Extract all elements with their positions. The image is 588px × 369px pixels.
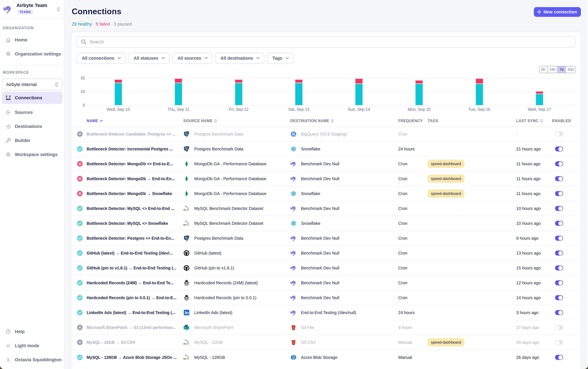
connection-name[interactable]: Bottleneck Detector: MongoDb → Snowflake (87, 191, 172, 196)
connection-row[interactable]: MySQL - 128GB → Azure Blob Storage JSOn … (71, 350, 581, 365)
column-header-last_sync[interactable]: LAST SYNC (516, 119, 543, 123)
sidebar-item-sources[interactable]: Sources (0, 105, 64, 119)
enabled-toggle[interactable] (555, 295, 563, 300)
sidebar-item-home[interactable]: Home (0, 33, 64, 47)
connection-row[interactable]: Bottleneck Detector: MongoDb <> End-to-E… (71, 156, 581, 171)
connection-row[interactable]: MySQL - 10GB → S3 CSVMySQL.MySQL - 10GBS… (71, 335, 581, 350)
connection-name[interactable]: Bottleneck Detector: Postgres <> End-to-… (87, 236, 174, 241)
connection-row[interactable]: Microsoft SharePoint → S3 (13mb performa… (71, 320, 581, 335)
connection-row[interactable]: Bottleneck Detector: MySQL <> SnowflakeM… (71, 216, 581, 231)
chart-bar-wed-sep-17[interactable] (536, 78, 543, 105)
chart-bar-sat-sep-13[interactable] (295, 78, 302, 105)
connection-row[interactable]: Bottleneck Detector: Incremental Postgre… (71, 142, 581, 156)
destination-name[interactable]: Azure Blob Storage (301, 355, 337, 360)
connection-row[interactable]: Hardcoded Records (pin to 0.0.1) → End-t… (71, 290, 581, 305)
connection-name[interactable]: Microsoft SharePoint → S3 (13mb performa… (87, 325, 176, 330)
connection-row[interactable]: Bottleneck Detector: Postgres <> End-to-… (71, 231, 581, 246)
range-option-30d[interactable]: 30d (566, 66, 575, 73)
destination-name[interactable]: BigQuery (GCS Staging) (301, 132, 347, 137)
source-name[interactable]: GitHub (latest) (194, 251, 221, 256)
destination-name[interactable]: Benchmark Dev Null (301, 176, 339, 181)
enabled-toggle[interactable] (555, 266, 563, 270)
destination-name[interactable]: Snowflake (301, 221, 320, 226)
sidebar-item-organization-settings[interactable]: Organization settings (0, 47, 64, 61)
source-name[interactable]: Postgres Benchmark Data (194, 132, 243, 137)
source-name[interactable]: GitHub (pin to v1.8.1) (194, 266, 234, 270)
connection-name[interactable]: Hardcoded Records (pin to 0.0.1) → End-t… (87, 296, 177, 300)
source-name[interactable]: MongoDb GA - Performance Database (194, 176, 267, 181)
enabled-toggle[interactable] (555, 191, 563, 196)
connection-name[interactable]: Bottleneck Detector: MySQL <> Snowflake (87, 221, 168, 226)
connection-row[interactable]: Bottleneck Detector: MongoDb → End-to-En… (71, 171, 581, 186)
sidebar-item-octavia-squiddington[interactable]: Octavia Squiddington (0, 353, 64, 367)
source-name[interactable]: Hardcoded Records (pin to 0.0.1) (194, 295, 256, 300)
source-name[interactable]: Hardcoded Records (24M) (latest) (194, 280, 258, 285)
enabled-toggle[interactable] (555, 340, 563, 345)
enabled-toggle[interactable] (555, 280, 563, 285)
destination-name[interactable]: End-to-End Testing (/dev/null) (301, 310, 356, 315)
connection-name[interactable]: MySQL - 128GB → Azure Blob Storage JSOn … (87, 355, 177, 360)
destination-name[interactable]: Benchmark Dev Null (301, 161, 339, 166)
source-name[interactable]: MySQL - 10GB (194, 340, 223, 345)
chart-bar-wed-sep-10[interactable] (115, 78, 122, 105)
chart-bar-mon-sep-15[interactable] (416, 78, 423, 105)
enabled-toggle[interactable] (555, 221, 563, 226)
source-name[interactable]: MySQL - 128GB (194, 355, 225, 360)
destination-name[interactable]: Snowflake (301, 191, 320, 196)
source-name[interactable]: MySQL Benchmark Detector Dataset (194, 221, 263, 226)
connection-row[interactable]: Hardcoded Records (24M) → End-to-End Te.… (71, 276, 581, 290)
sidebar-item-destinations[interactable]: Destinations (0, 119, 64, 133)
destination-name[interactable]: S3 CSV (301, 340, 316, 345)
chart-bar-thu-sep-11[interactable] (175, 78, 182, 105)
destination-name[interactable]: Benchmark Dev Null (301, 251, 339, 256)
destination-name[interactable]: Benchmark Dev Null (301, 295, 339, 300)
connection-row[interactable]: Bottleneck Detector: MongoDb → Snowflake… (71, 186, 581, 201)
filter-all-destinations[interactable]: All destinations (215, 53, 264, 64)
workspace-selector[interactable]: Airbyte Internal (2, 79, 62, 90)
source-name[interactable]: Postgres Benchmark Data (194, 236, 243, 241)
destination-name[interactable]: Benchmark Dev Null (301, 236, 339, 241)
connection-row[interactable]: GitHub (latest) → End-to-End Testing (/d… (71, 246, 581, 261)
enabled-toggle[interactable] (555, 251, 563, 256)
connection-name[interactable]: Bottleneck Detector: MongoDb <> End-to-E… (87, 162, 173, 166)
range-option-7d[interactable]: 7d (558, 66, 566, 73)
source-name[interactable]: MongoDb GA - Performance Database (194, 191, 267, 196)
destination-name[interactable]: Snowflake (301, 146, 320, 152)
range-option-24h[interactable]: 24h (548, 66, 558, 73)
source-name[interactable]: MySQL Benchmark Detector Dataset (194, 206, 263, 211)
filter-all-connections[interactable]: All connections (77, 53, 126, 64)
connection-name[interactable]: Hardcoded Records (24M) → End-to-End Te.… (87, 281, 174, 285)
filter-tags[interactable]: Tags (267, 53, 294, 64)
enabled-toggle[interactable] (555, 132, 563, 137)
sidebar-item-builder[interactable]: Builder (0, 133, 64, 147)
connection-name[interactable]: LinkedIn Ads (latest) → End-to-End Testi… (87, 310, 175, 315)
new-connection-button[interactable]: New connection (534, 7, 581, 17)
connection-row[interactable]: Bottleneck Detector: MySQL <> End-to-End… (71, 201, 581, 216)
enabled-toggle[interactable] (555, 355, 563, 360)
connection-row[interactable]: Bottleneck Detector Candidate: Postgres … (71, 127, 581, 142)
chart-bar-fri-sep-12[interactable] (235, 78, 242, 105)
destination-name[interactable]: Benchmark Dev Null (301, 206, 339, 211)
filter-all-statuses[interactable]: All statuses (129, 53, 169, 64)
chart-bar-sun-sep-14[interactable] (355, 78, 362, 105)
connection-name[interactable]: Bottleneck Detector: MySQL <> End-to-End… (87, 206, 174, 211)
column-header-name[interactable]: NAME (87, 119, 103, 123)
source-name[interactable]: LinkedIn Ads (latest) (194, 310, 232, 315)
range-option-6h[interactable]: 6h (539, 66, 548, 73)
filter-all-sources[interactable]: All sources (172, 53, 212, 64)
enabled-toggle[interactable] (555, 146, 563, 152)
enabled-toggle[interactable] (555, 161, 563, 166)
destination-name[interactable]: S3 File (301, 325, 314, 330)
destination-name[interactable]: Benchmark Dev Null (301, 280, 339, 285)
enabled-toggle[interactable] (555, 206, 563, 211)
connection-name[interactable]: GitHub (latest) → End-to-End Testing (/d… (87, 251, 173, 256)
enabled-toggle[interactable] (555, 176, 563, 181)
connection-name[interactable]: MySQL - 10GB → S3 CSV (87, 340, 135, 345)
chart-bar-tue-sep-16[interactable] (476, 78, 483, 105)
column-header-source[interactable]: SOURCE NAME (183, 119, 217, 123)
source-name[interactable]: MongoDb GA - Performance Database (194, 161, 267, 166)
sidebar-item-workspace-settings[interactable]: Workspace settings (0, 147, 64, 162)
search-input[interactable] (90, 39, 575, 44)
connection-name[interactable]: GitHub (pin to v1.8.1) → End-to-End Test… (87, 266, 176, 270)
connection-name[interactable]: Bottleneck Detector Candidate: Postgres … (87, 132, 176, 136)
